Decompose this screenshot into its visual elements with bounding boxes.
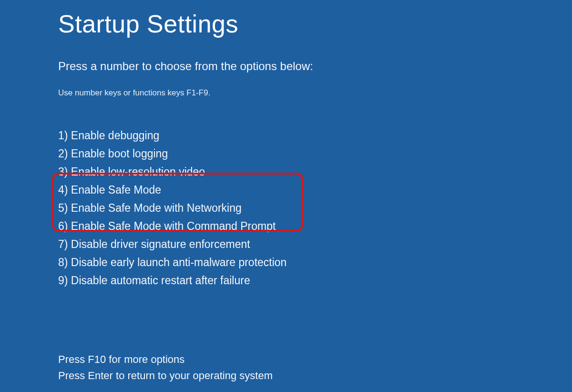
- footer-return-os: Press Enter to return to your operating …: [58, 368, 572, 384]
- option-enable-boot-logging[interactable]: 2) Enable boot logging: [58, 144, 572, 163]
- page-title: Startup Settings: [58, 10, 572, 38]
- option-disable-anti-malware[interactable]: 8) Disable early launch anti-malware pro…: [58, 253, 572, 271]
- option-enable-safe-mode[interactable]: 4) Enable Safe Mode: [58, 181, 572, 199]
- option-enable-safe-mode-command-prompt[interactable]: 6) Enable Safe Mode with Command Prompt: [58, 217, 572, 235]
- option-enable-safe-mode-networking[interactable]: 5) Enable Safe Mode with Networking: [58, 199, 572, 217]
- hint-text: Use number keys or functions keys F1-F9.: [58, 88, 572, 98]
- footer-section: Press F10 for more options Press Enter t…: [58, 351, 572, 384]
- option-disable-driver-signature[interactable]: 7) Disable driver signature enforcement: [58, 235, 572, 253]
- option-enable-debugging[interactable]: 1) Enable debugging: [58, 126, 572, 144]
- startup-options-list: 1) Enable debugging 2) Enable boot loggi…: [58, 126, 572, 289]
- option-disable-automatic-restart[interactable]: 9) Disable automatic restart after failu…: [58, 271, 572, 289]
- option-enable-low-resolution-video[interactable]: 3) Enable low-resolution video: [58, 163, 572, 181]
- footer-more-options: Press F10 for more options: [58, 351, 572, 368]
- instruction-text: Press a number to choose from the option…: [58, 60, 572, 73]
